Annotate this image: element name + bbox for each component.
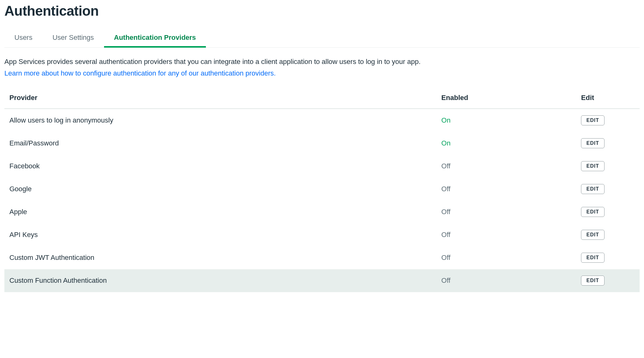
table-row: AppleOffEDIT xyxy=(4,201,640,224)
edit-button[interactable]: EDIT xyxy=(581,161,604,171)
tabs-nav: Users User Settings Authentication Provi… xyxy=(4,29,640,48)
providers-table: Provider Enabled Edit Allow users to log… xyxy=(4,89,640,292)
table-row: Email/PasswordOnEDIT xyxy=(4,132,640,155)
table-row: FacebookOffEDIT xyxy=(4,155,640,178)
provider-name: Allow users to log in anonymously xyxy=(4,109,436,132)
provider-status: On xyxy=(436,132,576,155)
provider-status: Off xyxy=(436,178,576,201)
edit-cell: EDIT xyxy=(576,246,640,269)
edit-cell: EDIT xyxy=(576,201,640,224)
learn-more-link[interactable]: Learn more about how to configure authen… xyxy=(4,69,276,77)
edit-button[interactable]: EDIT xyxy=(581,184,604,194)
provider-name: Google xyxy=(4,178,436,201)
edit-cell: EDIT xyxy=(576,155,640,178)
edit-button[interactable]: EDIT xyxy=(581,276,604,286)
tab-authentication-providers[interactable]: Authentication Providers xyxy=(104,29,206,48)
column-header-provider: Provider xyxy=(4,89,436,109)
provider-status: Off xyxy=(436,155,576,178)
provider-name: Custom JWT Authentication xyxy=(4,246,436,269)
edit-button[interactable]: EDIT xyxy=(581,230,604,240)
edit-cell: EDIT xyxy=(576,178,640,201)
provider-name: Custom Function Authentication xyxy=(4,269,436,292)
table-row: Custom Function AuthenticationOffEDIT xyxy=(4,269,640,292)
page-title: Authentication xyxy=(4,3,640,19)
edit-cell: EDIT xyxy=(576,109,640,132)
table-row: Allow users to log in anonymouslyOnEDIT xyxy=(4,109,640,132)
provider-status: On xyxy=(436,109,576,132)
table-row: Custom JWT AuthenticationOffEDIT xyxy=(4,246,640,269)
edit-cell: EDIT xyxy=(576,269,640,292)
provider-status: Off xyxy=(436,246,576,269)
provider-status: Off xyxy=(436,224,576,246)
column-header-edit: Edit xyxy=(576,89,640,109)
table-row: GoogleOffEDIT xyxy=(4,178,640,201)
edit-button[interactable]: EDIT xyxy=(581,138,604,148)
column-header-enabled: Enabled xyxy=(436,89,576,109)
edit-cell: EDIT xyxy=(576,132,640,155)
edit-button[interactable]: EDIT xyxy=(581,115,604,125)
tab-users[interactable]: Users xyxy=(4,29,42,48)
edit-button[interactable]: EDIT xyxy=(581,253,604,263)
description-text: App Services provides several authentica… xyxy=(4,56,640,67)
edit-button[interactable]: EDIT xyxy=(581,207,604,217)
provider-name: API Keys xyxy=(4,224,436,246)
edit-cell: EDIT xyxy=(576,224,640,246)
provider-name: Apple xyxy=(4,201,436,224)
tab-user-settings[interactable]: User Settings xyxy=(42,29,104,48)
provider-name: Email/Password xyxy=(4,132,436,155)
provider-status: Off xyxy=(436,201,576,224)
provider-name: Facebook xyxy=(4,155,436,178)
provider-status: Off xyxy=(436,269,576,292)
table-row: API KeysOffEDIT xyxy=(4,224,640,246)
